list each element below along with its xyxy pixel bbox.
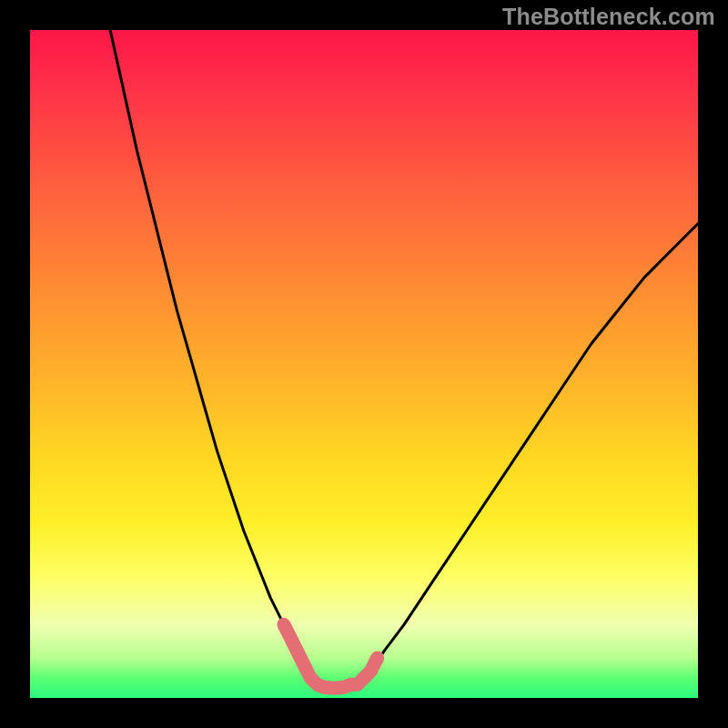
watermark-text: TheBottleneck.com — [502, 4, 715, 30]
curve-left-branch — [110, 30, 318, 684]
highlight-segment — [284, 624, 378, 688]
plot-area — [30, 30, 698, 698]
curve-layer — [30, 30, 698, 698]
curve-right-branch — [358, 224, 698, 684]
chart-frame: TheBottleneck.com — [0, 0, 728, 728]
